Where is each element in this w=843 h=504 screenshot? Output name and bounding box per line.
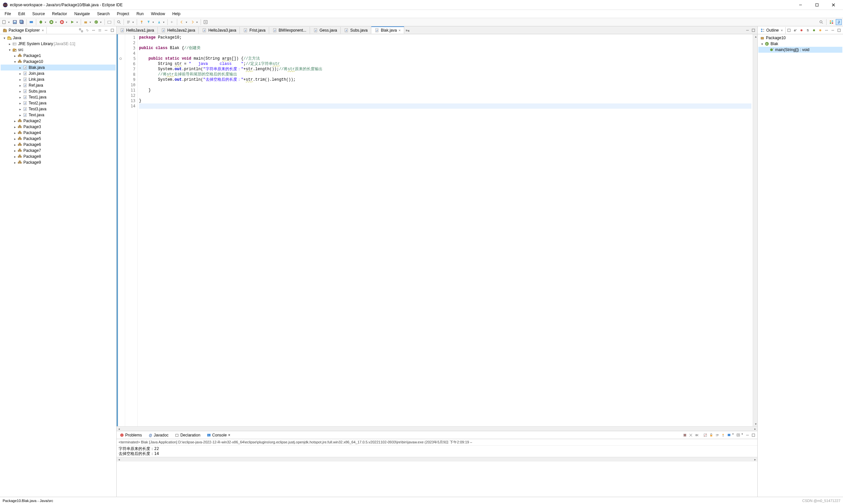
dropdown-arrow-icon[interactable]: ▾ xyxy=(732,433,735,438)
file-link-java[interactable]: JLink.java xyxy=(1,76,115,82)
caret-icon[interactable] xyxy=(13,149,17,152)
file-test2-java[interactable]: JTest2.java xyxy=(1,100,115,106)
caret-icon[interactable] xyxy=(760,42,764,46)
hide-fields-button[interactable] xyxy=(799,28,804,33)
new-class-button[interactable]: C xyxy=(93,19,99,25)
maximize-editor-button[interactable] xyxy=(751,28,756,33)
minimize-editor-button[interactable] xyxy=(745,28,750,33)
close-button[interactable] xyxy=(829,2,838,8)
scroll-right-icon[interactable]: ▸ xyxy=(753,458,757,461)
caret-icon[interactable] xyxy=(18,107,22,111)
tab-overflow-indicator[interactable]: »₄ xyxy=(406,28,410,33)
editor-hscrollbar[interactable]: ◂ ▸ xyxy=(116,426,757,431)
dropdown-arrow-icon[interactable]: ▾ xyxy=(76,21,79,24)
caret-icon[interactable] xyxy=(18,66,22,70)
menu-help[interactable]: Help xyxy=(169,11,184,17)
annotation-ruler[interactable] xyxy=(118,34,125,426)
link-editor-button[interactable] xyxy=(85,28,90,33)
package-package10[interactable]: Package10 xyxy=(1,59,115,65)
word-wrap-button[interactable] xyxy=(715,433,720,438)
toggle-comment-button[interactable] xyxy=(126,19,131,25)
package-package2[interactable]: Package2 xyxy=(1,118,115,124)
package-package6[interactable]: Package6 xyxy=(1,142,115,148)
dropdown-arrow-icon[interactable]: ▾ xyxy=(163,21,166,24)
caret-icon[interactable] xyxy=(7,48,12,52)
menu-source[interactable]: Source xyxy=(29,11,48,17)
bottom-tab-javadoc[interactable]: @Javadoc xyxy=(145,432,172,438)
maximize-view-button[interactable] xyxy=(837,28,842,33)
editor-tab-blak-java[interactable]: JBlak.java× xyxy=(371,26,404,34)
outline-package-item[interactable]: Package10 xyxy=(758,35,842,41)
back-button[interactable] xyxy=(179,19,185,25)
hide-local-button[interactable] xyxy=(818,28,823,33)
run-button[interactable] xyxy=(49,19,54,25)
file-test1-java[interactable]: JTest1.java xyxy=(1,94,115,100)
scroll-up-icon[interactable]: ▴ xyxy=(755,35,757,38)
caret-icon[interactable] xyxy=(18,84,22,87)
file-subs-java[interactable]: JSubs.java xyxy=(1,88,115,94)
file-test3-java[interactable]: JTest3.java xyxy=(1,106,115,112)
view-menu-button[interactable] xyxy=(97,28,103,33)
code-area[interactable]: package Package10; public class Blak {//… xyxy=(138,34,753,426)
editor-tab-frist-java[interactable]: JFrist.java xyxy=(240,27,269,34)
caret-icon[interactable] xyxy=(7,42,12,46)
jre-library[interactable]: JRE System Library[JavaSE-11] xyxy=(1,41,115,47)
file-ref-java[interactable]: JRef.java xyxy=(1,82,115,88)
display-console-button[interactable] xyxy=(727,433,732,438)
caret-icon[interactable] xyxy=(13,119,17,123)
package-package1[interactable]: Package1 xyxy=(1,53,115,59)
editor-tab-hellojava3-java[interactable]: JHelloJava3.java xyxy=(199,27,240,34)
minimize-button[interactable] xyxy=(796,2,805,8)
editor-content[interactable]: 1234567891011121314 package Package10; p… xyxy=(116,34,757,426)
dropdown-arrow-icon[interactable]: ▾ xyxy=(90,21,92,24)
src-folder[interactable]: src xyxy=(1,47,115,53)
dropdown-arrow-icon[interactable]: ▾ xyxy=(55,21,58,24)
menu-refactor[interactable]: Refactor xyxy=(49,11,70,17)
open-console-button[interactable]: + xyxy=(736,433,741,438)
project-java[interactable]: JJava xyxy=(1,35,115,41)
caret-icon[interactable] xyxy=(18,95,22,99)
new-button[interactable] xyxy=(1,19,7,25)
menu-file[interactable]: File xyxy=(1,11,14,17)
external-button[interactable] xyxy=(202,19,209,25)
caret-icon[interactable] xyxy=(13,137,17,141)
caret-icon[interactable] xyxy=(18,90,22,93)
run-last-button[interactable] xyxy=(70,19,75,25)
remove-all-button[interactable] xyxy=(694,433,699,438)
caret-icon[interactable] xyxy=(18,102,22,105)
dropdown-arrow-icon[interactable]: ▾ xyxy=(196,21,199,24)
minimize-view-button[interactable] xyxy=(830,28,836,33)
maximize-view-button[interactable] xyxy=(110,28,115,33)
outline-class-item[interactable]: C Blak xyxy=(758,41,842,47)
outline-menu-button[interactable] xyxy=(824,28,829,33)
terminate-all-button[interactable] xyxy=(682,433,687,438)
remove-launch-button[interactable] xyxy=(688,433,694,438)
forward-button[interactable] xyxy=(190,19,195,25)
menu-edit[interactable]: Edit xyxy=(15,11,28,17)
editor-tab-bmiiexponent-[interactable]: JBMIIexponent... xyxy=(269,27,310,34)
file-blak-java[interactable]: JBlak.java xyxy=(1,65,115,71)
sort-button[interactable]: aᶻ xyxy=(793,28,798,33)
annotation-prev-button[interactable] xyxy=(156,19,162,25)
close-tab-icon[interactable]: × xyxy=(228,433,230,437)
editor-tab-subs-java[interactable]: JSubs.java xyxy=(341,27,371,34)
caret-icon[interactable] xyxy=(18,113,22,117)
menu-search[interactable]: Search xyxy=(94,11,113,17)
caret-icon[interactable] xyxy=(2,36,6,40)
file-join-java[interactable]: JJoin.java xyxy=(1,71,115,76)
file-text-java[interactable]: JText.java xyxy=(1,112,115,118)
search-button[interactable] xyxy=(116,19,122,25)
editor-tab-hellojava1-java[interactable]: JHelloJava1.java xyxy=(116,27,158,34)
editor-tab-hellojava2-java[interactable]: JHelloJava2.java xyxy=(158,27,199,34)
bottom-tab-problems[interactable]: !Problems xyxy=(116,432,145,438)
dropdown-arrow-icon[interactable]: ▾ xyxy=(45,21,48,24)
open-type-button[interactable] xyxy=(106,19,112,25)
package-package8[interactable]: Package8 xyxy=(1,154,115,159)
package-explorer-tab[interactable]: Package Explorer × xyxy=(0,27,47,34)
console-hscrollbar[interactable]: ◂ ▸ xyxy=(116,457,757,462)
outline-method-item[interactable]: s main(String[]) : void xyxy=(758,47,842,53)
toggle-button[interactable] xyxy=(28,19,34,25)
caret-icon[interactable] xyxy=(18,78,22,82)
focus-button[interactable] xyxy=(786,28,792,33)
menu-project[interactable]: Project xyxy=(114,11,132,17)
